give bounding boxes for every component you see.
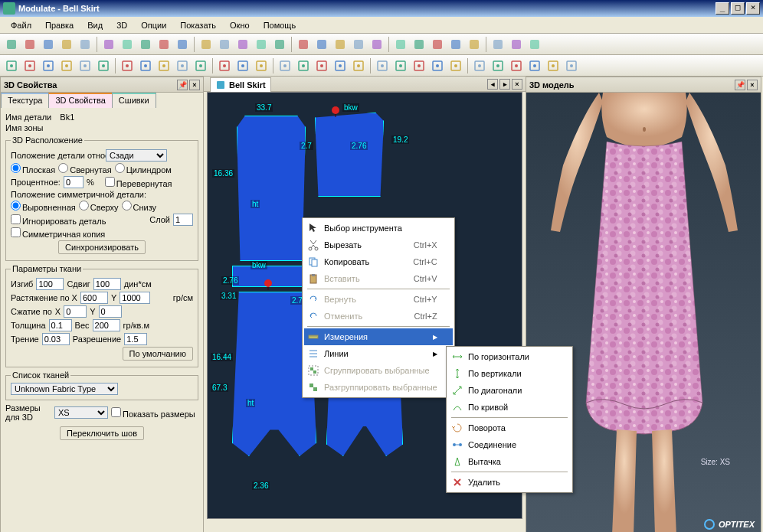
toolbar2-btn-16[interactable] [313, 57, 330, 74]
toolbar-btn-10[interactable] [198, 36, 214, 53]
pattern-piece[interactable] [315, 113, 384, 197]
context-item-rotate[interactable]: Поворота [448, 419, 571, 436]
tab-3d-props[interactable]: 3D Свойства [48, 93, 112, 108]
friction-input[interactable] [42, 333, 70, 345]
radio-aligned[interactable]: Выровненная [11, 201, 76, 212]
toolbar-btn-2[interactable] [40, 36, 57, 53]
compressx-input[interactable] [64, 305, 87, 318]
toolbar2-btn-27[interactable] [526, 57, 543, 74]
menu-show[interactable]: Показать [174, 19, 222, 31]
context-item-horiz[interactable]: По горизонтали [448, 348, 571, 365]
context-item-paste[interactable]: Вставить Ctrl+V [304, 270, 453, 287]
toolbar2-btn-18[interactable] [350, 57, 367, 74]
toolbar2-btn-11[interactable] [216, 57, 233, 74]
toolbar2-btn-2[interactable] [40, 57, 57, 74]
weight-input[interactable] [93, 319, 120, 331]
toolbar-btn-4[interactable] [77, 36, 93, 53]
shift-input[interactable] [93, 278, 121, 290]
panel-close-icon[interactable]: × [189, 80, 200, 90]
menu-view[interactable]: Вид [81, 19, 109, 31]
canvas-nav-right-icon[interactable]: ▸ [499, 79, 510, 90]
toolbar2-btn-7[interactable] [137, 57, 154, 74]
check-flipped[interactable]: Перевернутая [105, 177, 172, 188]
toolbar2-btn-5[interactable] [95, 57, 112, 74]
menu-help[interactable]: Помощь [257, 19, 303, 31]
toolbar-btn-1[interactable] [21, 36, 38, 53]
layer-input[interactable] [173, 214, 193, 226]
toolbar-btn-8[interactable] [156, 36, 172, 53]
toolbar2-btn-20[interactable] [392, 57, 409, 74]
panel-pin-icon[interactable]: 📌 [735, 80, 745, 90]
toolbar-btn-0[interactable] [3, 36, 20, 53]
position-select[interactable]: Сзади [106, 149, 167, 162]
size-select[interactable]: XS [54, 406, 108, 419]
menu-3d[interactable]: 3D [110, 19, 133, 31]
toolbar-btn-7[interactable] [137, 36, 154, 53]
context-item-delete[interactable]: Удалить [448, 474, 571, 491]
toolbar-btn-12[interactable] [234, 36, 251, 53]
context-item-redo[interactable]: Вернуть Ctrl+Y [304, 291, 453, 308]
canvas-close-icon[interactable]: × [512, 79, 522, 90]
toolbar2-btn-1[interactable] [21, 57, 38, 74]
context-item-connect[interactable]: Соединение [448, 436, 571, 453]
context-item-curve[interactable]: По кривой [448, 399, 571, 416]
radio-flat[interactable]: Плоская [11, 163, 55, 175]
toolbar-btn-26[interactable] [508, 36, 525, 53]
toolbar2-btn-23[interactable] [447, 57, 464, 74]
resolution-input[interactable] [124, 333, 147, 345]
toolbar2-btn-19[interactable] [374, 57, 391, 74]
document-tab[interactable]: Bell Skirt [210, 77, 271, 92]
menu-edit[interactable]: Правка [39, 19, 80, 31]
toolbar2-btn-25[interactable] [490, 57, 506, 74]
tab-stitches[interactable]: Сшивки [112, 93, 156, 108]
default-button[interactable]: По умолчанию [123, 347, 193, 361]
minimize-button[interactable]: _ [716, 2, 729, 15]
toolbar-btn-16[interactable] [313, 36, 330, 53]
context-item-undo[interactable]: Отменить Ctrl+Z [304, 308, 453, 325]
menu-window[interactable]: Окно [224, 19, 256, 31]
toolbar-btn-9[interactable] [174, 36, 191, 53]
toolbar-btn-23[interactable] [447, 36, 464, 53]
toolbar-btn-18[interactable] [350, 36, 367, 53]
panel-pin-icon[interactable]: 📌 [177, 80, 188, 90]
context-item-group[interactable]: Сгруппировать выбранные [304, 362, 453, 379]
toolbar-btn-6[interactable] [119, 36, 136, 53]
toolbar-btn-24[interactable] [466, 36, 483, 53]
maximize-button[interactable]: □ [731, 2, 745, 15]
menu-options[interactable]: Опции [135, 19, 172, 31]
menu-file[interactable]: Файл [5, 19, 38, 31]
context-item-measure[interactable]: Измерения ▶ [304, 328, 453, 345]
stretchx-input[interactable] [80, 292, 108, 304]
toolbar2-btn-12[interactable] [234, 57, 251, 74]
switch-seam-button[interactable]: Переключить шов [60, 426, 144, 440]
toolbar-btn-11[interactable] [216, 36, 233, 53]
radio-bottom[interactable]: Снизу [122, 201, 157, 212]
radio-top[interactable]: Сверху [79, 201, 119, 212]
toolbar2-btn-28[interactable] [545, 57, 562, 74]
toolbar2-btn-21[interactable] [411, 57, 427, 74]
context-item-cursor[interactable]: Выбор инструмента [304, 220, 453, 237]
sync-button[interactable]: Синхронизировать [58, 240, 146, 254]
toolbar-btn-3[interactable] [58, 36, 75, 53]
toolbar-btn-25[interactable] [490, 36, 506, 53]
toolbar2-btn-14[interactable] [277, 57, 293, 74]
context-item-copy[interactable]: Копировать Ctrl+C [304, 253, 453, 270]
toolbar-btn-17[interactable] [332, 36, 349, 53]
bend-input[interactable] [36, 278, 64, 290]
toolbar2-btn-10[interactable] [192, 57, 209, 74]
toolbar2-btn-8[interactable] [156, 57, 172, 74]
panel-close-icon[interactable]: × [747, 80, 758, 90]
check-show-sizes[interactable]: Показать размеры [111, 407, 195, 419]
toolbar2-btn-17[interactable] [332, 57, 349, 74]
percent-input[interactable] [64, 176, 84, 188]
toolbar2-btn-15[interactable] [295, 57, 312, 74]
toolbar-btn-21[interactable] [411, 36, 427, 53]
toolbar2-btn-13[interactable] [253, 57, 270, 74]
toolbar2-btn-24[interactable] [471, 57, 488, 74]
context-item-lines[interactable]: Линии ▶ [304, 345, 453, 362]
radio-rolled[interactable]: Свернутая [58, 163, 111, 175]
context-item-dart[interactable]: Вытачка [448, 453, 571, 470]
radio-cylinder[interactable]: Цилиндром [115, 163, 172, 175]
toolbar-btn-13[interactable] [253, 36, 270, 53]
toolbar2-btn-29[interactable] [563, 57, 580, 74]
